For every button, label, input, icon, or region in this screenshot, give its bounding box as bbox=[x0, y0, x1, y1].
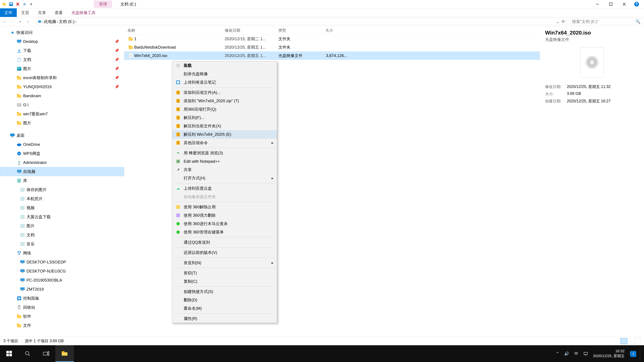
tree-desk-4-3[interactable]: 天翼云盘下载 bbox=[0, 212, 124, 221]
task-view-button[interactable] bbox=[37, 345, 55, 362]
ime-indicator[interactable]: 中 bbox=[574, 351, 578, 356]
qat-dropdown-icon[interactable]: ▾ bbox=[29, 2, 34, 6]
tree-desk-7[interactable]: 回收站 bbox=[0, 303, 124, 312]
tree-quick-6[interactable]: Bandicam bbox=[0, 91, 124, 100]
menu-item[interactable]: 剪切(T) bbox=[172, 269, 277, 277]
tree-desk-9[interactable]: 文件 bbox=[0, 321, 124, 330]
ribbon-tab-view[interactable]: 查看 bbox=[50, 8, 67, 17]
tray-chevron-icon[interactable]: ⌃ bbox=[556, 351, 559, 356]
chevron-right-icon[interactable]: › bbox=[57, 19, 58, 24]
tree-desk-0[interactable]: OneDrive bbox=[0, 140, 124, 149]
up-button[interactable]: ↑ bbox=[25, 18, 31, 25]
menu-item[interactable]: 添加到 "Win7x64_2020.zip" (T) bbox=[172, 97, 277, 105]
search-box[interactable]: 搜索"文档 (E:)" 🔍 bbox=[570, 18, 642, 25]
tree-desk-5-1[interactable]: DESKTOP-NJEU3CG bbox=[0, 267, 124, 276]
tree-quick-4[interactable]: excel表格制作求和📌 bbox=[0, 73, 124, 82]
menu-item[interactable]: 解压到(F)... bbox=[172, 113, 277, 122]
tree-quick-access[interactable]: ★快速访问 bbox=[0, 28, 124, 37]
menu-item[interactable]: 解压到 Win7x64_2020\ (E) bbox=[172, 130, 277, 139]
file-row[interactable]: Win7x64_2020.iso2020/12/25, 星期五 1...光盘映像… bbox=[124, 51, 540, 60]
tree-quick-8[interactable]: win7重装win7 bbox=[0, 109, 124, 118]
tree-quick-2[interactable]: 文档📌 bbox=[0, 55, 124, 64]
menu-item[interactable]: 使用 360解除占用 bbox=[172, 203, 277, 211]
menu-item[interactable]: 通过QQ发送到 bbox=[172, 238, 277, 247]
col-name[interactable]: 名称 bbox=[128, 28, 225, 33]
back-button[interactable]: ← bbox=[2, 18, 8, 25]
tree-desk-1[interactable]: WWPS网盘 bbox=[0, 149, 124, 158]
start-button[interactable] bbox=[0, 345, 18, 362]
crumb-this-pc[interactable]: 此电脑 bbox=[44, 19, 56, 24]
menu-item[interactable]: NEdit with Notepad++ bbox=[172, 157, 277, 166]
menu-item[interactable]: 使用 360强力删除 bbox=[172, 211, 277, 220]
tree-desk-4-6[interactable]: 音乐 bbox=[0, 240, 124, 249]
menu-item[interactable]: 上传到有道云笔记 bbox=[172, 78, 277, 86]
navigation-pane[interactable]: ★快速访问Desktop📌下载📌文档📌图片📌excel表格制作求和📌YUNQIS… bbox=[0, 26, 124, 337]
col-type[interactable]: 类型 bbox=[278, 28, 325, 33]
taskbar[interactable]: ⌃ 🔊 中 16:32 2020/12/25, 星期五 3 bbox=[0, 345, 644, 362]
ribbon-tab-file[interactable]: 文件 bbox=[0, 8, 17, 17]
thumbnails-view-button[interactable] bbox=[634, 338, 641, 344]
history-dropdown-icon[interactable]: ⌄ bbox=[556, 19, 559, 24]
tree-desk-5-2[interactable]: PC-20190530OBLA bbox=[0, 276, 124, 285]
volume-icon[interactable]: 🔊 bbox=[564, 351, 569, 356]
menu-item[interactable]: 复制(C) bbox=[172, 277, 277, 286]
clock[interactable]: 16:32 2020/12/25, 星期五 bbox=[593, 349, 624, 358]
ribbon-tab-share[interactable]: 共享 bbox=[34, 8, 50, 17]
tree-desk-5-3[interactable]: ZMT2019 bbox=[0, 285, 124, 294]
action-center-icon[interactable]: 3 bbox=[630, 351, 635, 356]
tree-desk-6[interactable]: 控制面板 bbox=[0, 294, 124, 303]
menu-item[interactable]: 其他压缩命令▸ bbox=[172, 139, 277, 147]
recent-dropdown[interactable]: ▾ bbox=[17, 18, 23, 25]
tree-quick-0[interactable]: Desktop📌 bbox=[0, 37, 124, 46]
system-tray[interactable]: ⌃ 🔊 中 16:32 2020/12/25, 星期五 3 bbox=[556, 348, 644, 360]
menu-item[interactable]: ☁上传到百度云盘 bbox=[172, 184, 277, 193]
file-row[interactable]: BaiduNetdiskDownload2020/12/25, 星期五 1...… bbox=[124, 43, 540, 51]
menu-item[interactable]: 属性(R) bbox=[172, 314, 277, 323]
col-date[interactable]: 修改日期 bbox=[225, 28, 278, 33]
help-button[interactable]: ? bbox=[634, 2, 639, 6]
close-red-icon[interactable] bbox=[16, 2, 20, 6]
menu-item[interactable]: 刻录光盘映像 bbox=[172, 70, 277, 78]
tree-quick-5[interactable]: YUNQISHI2019📌 bbox=[0, 82, 124, 91]
menu-item[interactable]: 创建快捷方式(S) bbox=[172, 287, 277, 296]
menu-item[interactable]: 发送到(N)▸ bbox=[172, 259, 277, 267]
tree-desk-5[interactable]: 网络 bbox=[0, 249, 124, 258]
chevron-right-icon[interactable]: › bbox=[42, 19, 44, 24]
search-taskbar-button[interactable] bbox=[18, 345, 37, 362]
tree-desk-8[interactable]: 软件 bbox=[0, 312, 124, 321]
network-icon[interactable] bbox=[583, 351, 588, 356]
menu-item[interactable]: 用360压缩打开(Q) bbox=[172, 105, 277, 113]
tree-quick-9[interactable]: 图片 bbox=[0, 118, 124, 128]
ribbon-tab-home[interactable]: 主页 bbox=[17, 8, 34, 17]
tree-desk-4-2[interactable]: 视频 bbox=[0, 203, 124, 212]
show-desktop[interactable] bbox=[640, 348, 642, 360]
menu-item[interactable]: 还原以前的版本(V) bbox=[172, 248, 277, 257]
chevron-right-icon[interactable]: › bbox=[75, 19, 76, 24]
search-icon[interactable]: 🔍 bbox=[636, 19, 640, 24]
tree-quick-7[interactable]: G:\ bbox=[0, 100, 124, 109]
file-row[interactable]: 12020/12/15, 星期二 1...文件夹 bbox=[124, 35, 540, 43]
menu-item[interactable]: ✦用 蜂蜜浏览器 浏览(3) bbox=[172, 149, 277, 157]
context-menu[interactable]: 装载刻录光盘映像上传到有道云笔记添加到压缩文件(A)...添加到 "Win7x6… bbox=[172, 61, 277, 323]
tree-desk-4-4[interactable]: 图片 bbox=[0, 221, 124, 230]
refresh-icon[interactable]: ⟳ bbox=[562, 19, 565, 24]
menu-item[interactable]: 添加到压缩文件(A)... bbox=[172, 88, 277, 97]
menu-item[interactable]: 使用 360管理右键菜单 bbox=[172, 228, 277, 236]
menu-item[interactable]: ↗共享 bbox=[172, 166, 277, 174]
menu-item[interactable]: 使用 360进行木马云查杀 bbox=[172, 220, 277, 228]
save-icon[interactable] bbox=[9, 2, 14, 6]
ribbon-tab-disc-tools[interactable]: 光盘映像工具 bbox=[67, 8, 100, 17]
menu-item[interactable]: 删除(D) bbox=[172, 296, 277, 304]
tree-desktop[interactable]: 桌面 bbox=[0, 131, 124, 140]
tree-desk-5-0[interactable]: DESKTOP-LSSOEDP bbox=[0, 258, 124, 267]
maximize-button[interactable] bbox=[608, 1, 614, 7]
tree-desk-4-0[interactable]: 保存的图片 bbox=[0, 185, 124, 194]
details-view-button[interactable] bbox=[620, 338, 627, 344]
minimize-button[interactable] bbox=[594, 1, 601, 7]
col-size[interactable]: 大小 bbox=[325, 28, 352, 33]
tree-desk-4-1[interactable]: 本机照片 bbox=[0, 194, 124, 203]
tree-desk-3[interactable]: 此电脑 bbox=[0, 167, 124, 176]
file-explorer-taskbar[interactable] bbox=[55, 345, 74, 362]
properties-icon[interactable] bbox=[22, 2, 27, 6]
tree-quick-1[interactable]: 下载📌 bbox=[0, 46, 124, 55]
